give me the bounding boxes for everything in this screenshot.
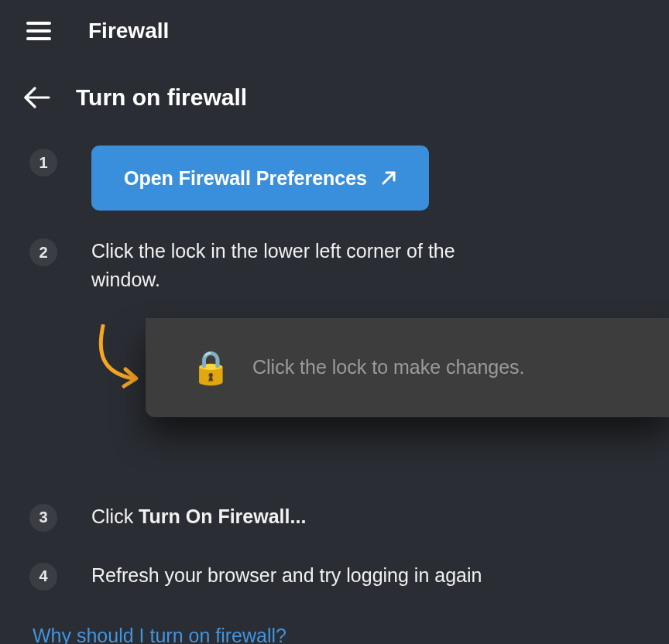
page-title: Turn on firewall: [76, 84, 247, 111]
step-3-prefix: Click: [91, 505, 139, 527]
step-number-badge: 1: [29, 149, 57, 176]
why-firewall-link[interactable]: Why should I turn on firewall?: [33, 625, 286, 644]
macos-window-preview: 🔒 Click the lock to make changes.: [146, 318, 669, 417]
step-1: 1 Open Firewall Preferences: [0, 141, 669, 217]
step-3: 3 Click Turn On Firewall...: [0, 496, 669, 538]
lock-illustration: 🔒 Click the lock to make changes.: [91, 318, 669, 465]
step-4: 4 Refresh your browser and try logging i…: [0, 555, 669, 597]
open-firewall-label: Open Firewall Preferences: [124, 164, 367, 192]
step-2: 2 Click the lock in the lower left corne…: [0, 231, 669, 300]
step-3-bold: Turn On Firewall...: [139, 505, 306, 527]
arrow-left-icon: [24, 87, 50, 108]
step-number-badge: 4: [29, 563, 57, 591]
lock-icon: 🔒: [190, 351, 231, 384]
step-number-badge: 3: [29, 504, 57, 532]
step-4-text: Refresh your browser and try logging in …: [91, 561, 482, 589]
step-3-text: Click Turn On Firewall...: [91, 502, 306, 530]
open-firewall-preferences-button[interactable]: Open Firewall Preferences: [91, 146, 429, 211]
step-2-text: Click the lock in the lower left corner …: [91, 237, 509, 293]
external-link-icon: [381, 170, 396, 186]
subheader: Turn on firewall: [0, 51, 669, 128]
top-bar: Firewall: [0, 0, 669, 51]
lock-hint-text: Click the lock to make changes.: [252, 356, 525, 379]
menu-icon[interactable]: [26, 22, 51, 40]
steps-list: 1 Open Firewall Preferences 2 Click the …: [0, 128, 669, 597]
step-number-badge: 2: [29, 238, 57, 266]
back-button[interactable]: [22, 82, 53, 113]
app-title: Firewall: [88, 19, 169, 43]
curved-arrow-icon: [91, 324, 146, 394]
